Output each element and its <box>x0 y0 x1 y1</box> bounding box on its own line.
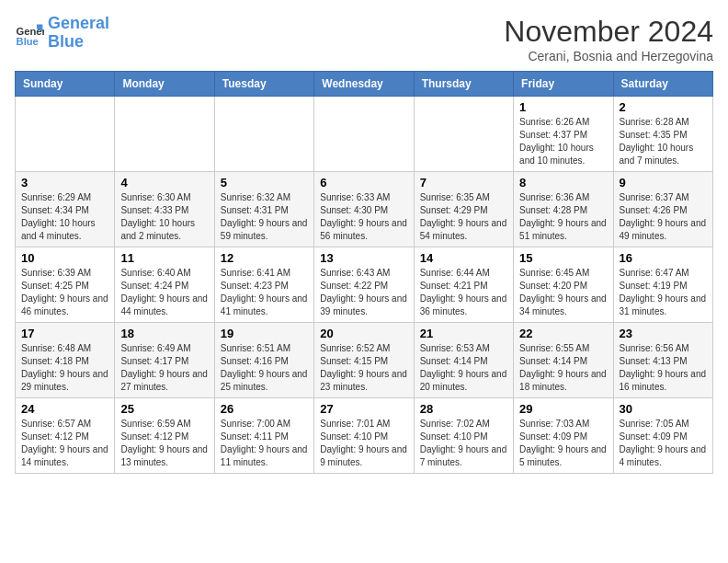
day-info: Sunrise: 7:05 AM Sunset: 4:09 PM Dayligh… <box>620 418 707 469</box>
day-info: Sunrise: 6:26 AM Sunset: 4:37 PM Dayligh… <box>519 116 607 167</box>
day-info: Sunrise: 7:02 AM Sunset: 4:10 PM Dayligh… <box>420 418 507 469</box>
day-cell <box>214 97 313 172</box>
logo-text: General Blue <box>48 15 109 52</box>
day-number: 16 <box>620 251 707 265</box>
day-number: 20 <box>320 327 407 340</box>
day-cell: 18Sunrise: 6:49 AM Sunset: 4:17 PM Dayli… <box>115 323 214 398</box>
day-number: 26 <box>221 402 308 416</box>
day-number: 6 <box>320 176 407 190</box>
month-title: November 2024 <box>504 15 713 49</box>
logo: General Blue General Blue <box>15 15 109 52</box>
day-cell: 5Sunrise: 6:32 AM Sunset: 4:31 PM Daylig… <box>214 172 313 247</box>
day-info: Sunrise: 6:51 AM Sunset: 4:16 PM Dayligh… <box>221 342 308 394</box>
day-info: Sunrise: 6:36 AM Sunset: 4:28 PM Dayligh… <box>519 191 607 243</box>
day-number: 11 <box>120 251 208 265</box>
day-info: Sunrise: 6:32 AM Sunset: 4:31 PM Dayligh… <box>221 191 308 243</box>
day-info: Sunrise: 7:00 AM Sunset: 4:11 PM Dayligh… <box>221 418 308 469</box>
day-info: Sunrise: 6:56 AM Sunset: 4:13 PM Dayligh… <box>620 342 707 394</box>
day-cell <box>314 97 414 172</box>
day-cell: 29Sunrise: 7:03 AM Sunset: 4:09 PM Dayli… <box>514 398 613 474</box>
day-number: 2 <box>620 100 707 114</box>
day-number: 5 <box>221 176 308 190</box>
day-info: Sunrise: 6:40 AM Sunset: 4:24 PM Dayligh… <box>120 267 208 318</box>
day-info: Sunrise: 6:59 AM Sunset: 4:12 PM Dayligh… <box>120 418 208 469</box>
svg-text:Blue: Blue <box>17 36 39 47</box>
day-info: Sunrise: 6:55 AM Sunset: 4:14 PM Dayligh… <box>519 342 607 394</box>
day-cell: 22Sunrise: 6:55 AM Sunset: 4:14 PM Dayli… <box>514 323 613 398</box>
day-number: 1 <box>519 100 607 114</box>
location-subtitle: Cerani, Bosnia and Herzegovina <box>504 49 713 63</box>
day-number: 22 <box>519 327 607 340</box>
weekday-header-row: SundayMondayTuesdayWednesdayThursdayFrid… <box>16 72 713 97</box>
week-row-5: 24Sunrise: 6:57 AM Sunset: 4:12 PM Dayli… <box>16 398 713 474</box>
weekday-header-saturday: Saturday <box>613 72 712 97</box>
day-number: 24 <box>21 402 108 416</box>
day-info: Sunrise: 6:44 AM Sunset: 4:21 PM Dayligh… <box>420 267 507 318</box>
day-cell <box>115 97 214 172</box>
day-cell: 23Sunrise: 6:56 AM Sunset: 4:13 PM Dayli… <box>613 323 712 398</box>
day-number: 21 <box>420 327 507 340</box>
day-info: Sunrise: 6:37 AM Sunset: 4:26 PM Dayligh… <box>620 191 707 243</box>
day-cell: 25Sunrise: 6:59 AM Sunset: 4:12 PM Dayli… <box>115 398 214 474</box>
weekday-header-wednesday: Wednesday <box>314 72 414 97</box>
day-cell: 17Sunrise: 6:48 AM Sunset: 4:18 PM Dayli… <box>16 323 115 398</box>
day-info: Sunrise: 7:01 AM Sunset: 4:10 PM Dayligh… <box>320 418 407 469</box>
day-info: Sunrise: 7:03 AM Sunset: 4:09 PM Dayligh… <box>519 418 607 469</box>
day-info: Sunrise: 6:35 AM Sunset: 4:29 PM Dayligh… <box>420 191 507 243</box>
day-cell: 1Sunrise: 6:26 AM Sunset: 4:37 PM Daylig… <box>514 97 613 172</box>
day-number: 19 <box>221 327 308 340</box>
day-number: 25 <box>120 402 208 416</box>
day-info: Sunrise: 6:39 AM Sunset: 4:25 PM Dayligh… <box>21 267 108 318</box>
day-cell: 24Sunrise: 6:57 AM Sunset: 4:12 PM Dayli… <box>16 398 115 474</box>
day-info: Sunrise: 6:45 AM Sunset: 4:20 PM Dayligh… <box>519 267 607 318</box>
day-cell: 27Sunrise: 7:01 AM Sunset: 4:10 PM Dayli… <box>314 398 414 474</box>
header: General Blue General Blue November 2024 … <box>15 15 713 63</box>
day-info: Sunrise: 6:41 AM Sunset: 4:23 PM Dayligh… <box>221 267 308 318</box>
day-cell: 16Sunrise: 6:47 AM Sunset: 4:19 PM Dayli… <box>613 247 712 323</box>
day-info: Sunrise: 6:29 AM Sunset: 4:34 PM Dayligh… <box>21 191 108 243</box>
logo-blue: Blue <box>48 32 84 51</box>
day-number: 12 <box>221 251 308 265</box>
weekday-header-tuesday: Tuesday <box>214 72 313 97</box>
day-number: 17 <box>21 327 108 340</box>
day-cell: 14Sunrise: 6:44 AM Sunset: 4:21 PM Dayli… <box>414 247 513 323</box>
logo-general: General <box>48 14 109 32</box>
day-cell: 7Sunrise: 6:35 AM Sunset: 4:29 PM Daylig… <box>414 172 513 247</box>
day-number: 29 <box>519 402 607 416</box>
day-info: Sunrise: 6:47 AM Sunset: 4:19 PM Dayligh… <box>620 267 707 318</box>
day-cell: 20Sunrise: 6:52 AM Sunset: 4:15 PM Dayli… <box>314 323 414 398</box>
day-cell: 9Sunrise: 6:37 AM Sunset: 4:26 PM Daylig… <box>613 172 712 247</box>
day-info: Sunrise: 6:49 AM Sunset: 4:17 PM Dayligh… <box>120 342 208 394</box>
day-cell: 15Sunrise: 6:45 AM Sunset: 4:20 PM Dayli… <box>514 247 613 323</box>
weekday-header-sunday: Sunday <box>16 72 115 97</box>
day-cell: 8Sunrise: 6:36 AM Sunset: 4:28 PM Daylig… <box>514 172 613 247</box>
day-info: Sunrise: 6:43 AM Sunset: 4:22 PM Dayligh… <box>320 267 407 318</box>
title-area: November 2024 Cerani, Bosnia and Herzego… <box>504 15 713 63</box>
day-cell: 12Sunrise: 6:41 AM Sunset: 4:23 PM Dayli… <box>214 247 313 323</box>
day-info: Sunrise: 6:28 AM Sunset: 4:35 PM Dayligh… <box>620 116 707 167</box>
day-info: Sunrise: 6:53 AM Sunset: 4:14 PM Dayligh… <box>420 342 507 394</box>
weekday-header-monday: Monday <box>115 72 214 97</box>
day-cell <box>16 97 115 172</box>
day-number: 3 <box>21 176 108 190</box>
day-number: 9 <box>620 176 707 190</box>
day-info: Sunrise: 6:48 AM Sunset: 4:18 PM Dayligh… <box>21 342 108 394</box>
day-number: 13 <box>320 251 407 265</box>
week-row-3: 10Sunrise: 6:39 AM Sunset: 4:25 PM Dayli… <box>16 247 713 323</box>
logo-icon: General Blue <box>15 18 44 48</box>
day-cell <box>414 97 513 172</box>
week-row-1: 1Sunrise: 6:26 AM Sunset: 4:37 PM Daylig… <box>16 97 713 172</box>
day-cell: 21Sunrise: 6:53 AM Sunset: 4:14 PM Dayli… <box>414 323 513 398</box>
day-info: Sunrise: 6:30 AM Sunset: 4:33 PM Dayligh… <box>120 191 208 243</box>
day-cell: 13Sunrise: 6:43 AM Sunset: 4:22 PM Dayli… <box>314 247 414 323</box>
day-number: 15 <box>519 251 607 265</box>
day-number: 10 <box>21 251 108 265</box>
calendar-table: SundayMondayTuesdayWednesdayThursdayFrid… <box>15 71 713 474</box>
day-cell: 26Sunrise: 7:00 AM Sunset: 4:11 PM Dayli… <box>214 398 313 474</box>
week-row-4: 17Sunrise: 6:48 AM Sunset: 4:18 PM Dayli… <box>16 323 713 398</box>
day-number: 18 <box>120 327 208 340</box>
day-cell: 11Sunrise: 6:40 AM Sunset: 4:24 PM Dayli… <box>115 247 214 323</box>
day-number: 14 <box>420 251 507 265</box>
day-number: 4 <box>120 176 208 190</box>
weekday-header-thursday: Thursday <box>414 72 513 97</box>
